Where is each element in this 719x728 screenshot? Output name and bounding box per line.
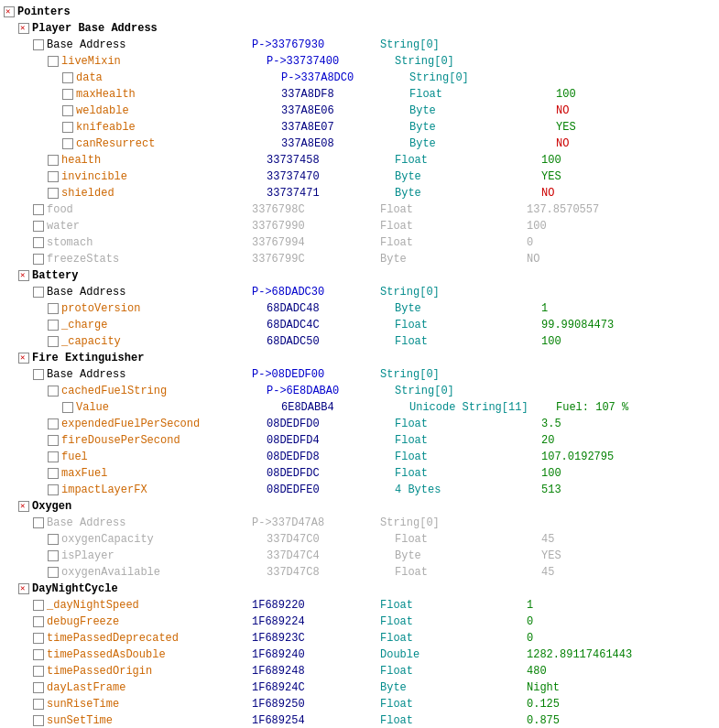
table-row[interactable]: canResurrect 337A8E08 Byte NO bbox=[2, 136, 717, 152]
checkbox[interactable] bbox=[48, 418, 59, 429]
table-row[interactable]: health 33737458 Float 100 bbox=[2, 152, 717, 168]
table-row[interactable]: Base Address P->337D47A8 String[0] bbox=[2, 515, 717, 531]
table-row[interactable]: sunRiseTime 1F689250 Float 0.125 bbox=[2, 696, 717, 712]
table-row[interactable]: knifeable 337A8E07 Byte YES bbox=[2, 119, 717, 136]
table-row[interactable]: dayLastFrame 1F68924C Byte Night bbox=[2, 679, 717, 696]
checkbox[interactable] bbox=[33, 682, 44, 693]
entry-address: 6E8DABB4 bbox=[281, 401, 409, 414]
table-row[interactable]: timePassedAsDouble 1F689240 Double 1282.… bbox=[2, 647, 717, 663]
table-row[interactable]: Base Address P->08DEDF00 String[0] bbox=[2, 366, 717, 383]
checkbox[interactable] bbox=[33, 715, 44, 726]
checkbox[interactable] bbox=[33, 600, 44, 611]
checkbox[interactable] bbox=[48, 155, 59, 166]
table-row[interactable]: fuel 08DEDFD8 Float 107.0192795 bbox=[2, 449, 717, 465]
table-row[interactable]: freezeStats 3376799C Byte NO bbox=[2, 251, 717, 267]
table-row[interactable]: _capacity 68DADC50 Float 100 bbox=[2, 333, 717, 350]
table-row[interactable]: stomach 33767994 Float 0 bbox=[2, 234, 717, 251]
checkbox[interactable] bbox=[33, 254, 44, 265]
table-row[interactable]: debugFreeze 1F689224 Float 0 bbox=[2, 614, 717, 630]
checkbox[interactable] bbox=[48, 336, 59, 347]
checkbox[interactable] bbox=[48, 56, 59, 67]
entry-type: Byte bbox=[395, 170, 541, 183]
table-row[interactable]: Fire Extinguisher </span> bbox=[2, 350, 717, 366]
checkbox[interactable] bbox=[48, 435, 59, 446]
table-row[interactable]: expendedFuelPerSecond 08DEDFD0 Float 3.5 bbox=[2, 416, 717, 432]
checkbox-x[interactable] bbox=[18, 23, 29, 34]
table-row[interactable]: Base Address P->68DADC30 String[0] bbox=[2, 284, 717, 300]
checkbox[interactable] bbox=[48, 484, 59, 495]
entry-type: Float bbox=[395, 418, 541, 430]
checkbox-x[interactable] bbox=[4, 6, 15, 17]
checkbox[interactable] bbox=[33, 517, 44, 528]
table-row[interactable]: fireDousePerSecond 08DEDFD4 Float 20 bbox=[2, 432, 717, 449]
table-row[interactable]: weldable 337A8E06 Byte NO bbox=[2, 103, 717, 119]
table-row[interactable]: cachedFuelString P->6E8DABA0 String[0] bbox=[2, 383, 717, 399]
checkbox[interactable] bbox=[33, 39, 44, 50]
table-row[interactable]: food 3376798C Float 137.8570557 bbox=[2, 201, 717, 218]
checkbox[interactable] bbox=[48, 451, 59, 462]
entry-type: Float bbox=[380, 665, 527, 678]
checkbox[interactable] bbox=[62, 402, 73, 413]
entry-address: 33737470 bbox=[267, 170, 395, 183]
checkbox-x[interactable] bbox=[18, 501, 29, 512]
checkbox-x[interactable] bbox=[18, 583, 29, 594]
checkbox[interactable] bbox=[62, 89, 73, 100]
checkbox[interactable] bbox=[48, 171, 59, 182]
checkbox-x[interactable] bbox=[18, 353, 29, 364]
table-row[interactable]: Battery </span> bbox=[2, 267, 717, 284]
table-row[interactable]: maxHealth 337A8DF8 Float 100 bbox=[2, 86, 717, 103]
table-row[interactable]: isPlayer 337D47C4 Byte YES bbox=[2, 548, 717, 564]
checkbox[interactable] bbox=[48, 468, 59, 479]
checkbox[interactable] bbox=[33, 699, 44, 710]
table-row[interactable]: liveMixin P->33737400 String[0] bbox=[2, 53, 717, 70]
entry-value: 480 bbox=[527, 665, 637, 678]
checkbox[interactable] bbox=[48, 534, 59, 545]
table-row[interactable]: _charge 68DADC4C Float 99.99084473 bbox=[2, 317, 717, 333]
checkbox[interactable] bbox=[33, 633, 44, 644]
checkbox[interactable] bbox=[33, 649, 44, 660]
table-row[interactable]: shielded 33737471 Byte NO bbox=[2, 185, 717, 201]
checkbox[interactable] bbox=[33, 221, 44, 232]
checkbox[interactable] bbox=[62, 122, 73, 133]
table-row[interactable]: Value 6E8DABB4 Unicode String[11] Fuel: … bbox=[2, 399, 717, 416]
table-row[interactable]: invincible 33737470 Byte YES bbox=[2, 168, 717, 185]
entry-type: Byte bbox=[395, 549, 541, 562]
checkbox[interactable] bbox=[48, 567, 59, 578]
table-row[interactable]: timePassedOrigin 1F689248 Float 480 bbox=[2, 663, 717, 679]
checkbox[interactable] bbox=[33, 204, 44, 215]
entry-address: 1F689224 bbox=[252, 615, 380, 628]
table-row[interactable]: oxygenAvailable 337D47C8 Float 45 bbox=[2, 564, 717, 581]
table-row[interactable]: sunSetTime 1F689254 Float 0.875 bbox=[2, 712, 717, 728]
checkbox-x[interactable] bbox=[18, 270, 29, 281]
checkbox[interactable] bbox=[48, 386, 59, 397]
checkbox[interactable] bbox=[33, 369, 44, 380]
checkbox[interactable] bbox=[33, 237, 44, 248]
entry-type: Float bbox=[380, 203, 527, 216]
entry-address: P->337D47A8 bbox=[252, 516, 380, 529]
checkbox[interactable] bbox=[33, 666, 44, 677]
table-row[interactable]: Oxygen </span> bbox=[2, 498, 717, 515]
table-row[interactable]: _dayNightSpeed 1F689220 Float 1 bbox=[2, 597, 717, 614]
table-row[interactable]: Pointers bbox=[2, 4, 717, 20]
checkbox[interactable] bbox=[33, 287, 44, 298]
table-row[interactable]: maxFuel 08DEDFDC Float 100 bbox=[2, 465, 717, 482]
table-row[interactable]: Base Address P->33767930 String[0] bbox=[2, 37, 717, 53]
table-row[interactable]: protoVersion 68DADC48 Byte 1 bbox=[2, 300, 717, 317]
table-row[interactable]: data P->337A8DC0 String[0] bbox=[2, 70, 717, 86]
checkbox[interactable] bbox=[33, 616, 44, 627]
table-row[interactable]: impactLayerFX 08DEDFE0 4 Bytes 513 bbox=[2, 482, 717, 498]
table-row[interactable]: Player Base Address </span> bbox=[2, 20, 717, 37]
checkbox[interactable] bbox=[62, 138, 73, 149]
checkbox[interactable] bbox=[48, 188, 59, 199]
table-row[interactable]: timePassedDeprecated 1F68923C Float 0 bbox=[2, 630, 717, 647]
checkbox[interactable] bbox=[62, 72, 73, 83]
table-row[interactable]: water 33767990 Float 100 bbox=[2, 218, 717, 234]
checkbox[interactable] bbox=[48, 550, 59, 561]
checkbox[interactable] bbox=[62, 105, 73, 116]
entry-type: Float bbox=[380, 220, 527, 233]
table-row[interactable]: oxygenCapacity 337D47C0 Float 45 bbox=[2, 531, 717, 548]
checkbox[interactable] bbox=[48, 320, 59, 331]
table-row[interactable]: DayNightCycle </span> bbox=[2, 581, 717, 597]
checkbox[interactable] bbox=[48, 303, 59, 314]
entry-type: Float bbox=[380, 599, 527, 612]
